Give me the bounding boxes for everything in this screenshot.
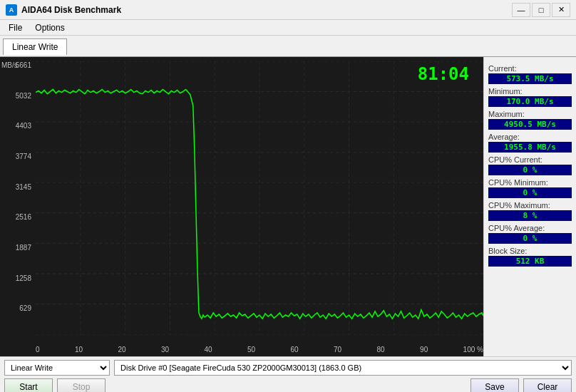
- stop-button[interactable]: Stop: [57, 378, 106, 392]
- y-label-8: 629: [0, 304, 34, 312]
- clear-button[interactable]: Clear: [523, 378, 572, 392]
- block-size-label: Block Size:: [488, 247, 572, 255]
- title-bar: A AIDA64 Disk Benchmark — □ ✕: [0, 0, 576, 20]
- maximize-button[interactable]: □: [532, 3, 550, 17]
- y-label-2: 4403: [0, 122, 34, 130]
- minimum-label: Minimum:: [488, 87, 572, 96]
- maximum-value: 4950.5 MB/s: [488, 119, 572, 130]
- x-label-5: 50: [247, 346, 255, 354]
- x-label-2: 20: [118, 346, 125, 354]
- y-label-7: 1258: [0, 274, 34, 282]
- tab-bar: Linear Write: [0, 36, 576, 57]
- cpu-minimum-label: CPU% Minimum:: [488, 178, 572, 187]
- cpu-current-value: 0 %: [488, 165, 572, 175]
- x-label-3: 30: [161, 346, 169, 354]
- x-axis: 0 10 20 30 40 50 60 70 80 90 100 %: [36, 346, 483, 354]
- cpu-maximum-label: CPU% Maximum:: [488, 201, 572, 210]
- x-label-8: 80: [377, 346, 385, 354]
- cpu-average-value: 0 %: [488, 233, 572, 244]
- menu-file[interactable]: File: [3, 21, 28, 34]
- block-size-value: 512 KB: [488, 256, 572, 267]
- cpu-current-label: CPU% Current:: [488, 155, 572, 164]
- menu-options[interactable]: Options: [29, 21, 70, 34]
- average-value: 1955.8 MB/s: [488, 142, 572, 153]
- main-content: MB/s 5661 5032 4403 3774 3145 2516 1887 …: [0, 57, 576, 356]
- current-label: Current:: [488, 64, 572, 73]
- timer-display: 81:04: [418, 64, 469, 84]
- x-label-10: 100 %: [463, 346, 483, 354]
- cpu-minimum-value: 0 %: [488, 187, 572, 198]
- y-label-3: 3774: [0, 153, 34, 160]
- cpu-average-label: CPU% Average:: [488, 224, 572, 232]
- y-axis: 5661 5032 4403 3774 3145 2516 1887 1258 …: [0, 61, 34, 335]
- cpu-maximum-value: 8 %: [488, 210, 572, 221]
- test-select[interactable]: Linear Write Linear Read Random Read Ran…: [4, 360, 110, 376]
- bottom-controls: Linear Write Linear Read Random Read Ran…: [0, 356, 576, 392]
- y-label-4: 3145: [0, 183, 34, 191]
- x-label-4: 40: [205, 346, 212, 354]
- chart-svg: [36, 61, 483, 335]
- control-row-2: Start Stop Save Clear: [4, 378, 572, 392]
- window-controls: — □ ✕: [512, 3, 570, 17]
- menu-bar: File Options: [0, 20, 576, 36]
- minimize-button[interactable]: —: [512, 3, 530, 17]
- start-button[interactable]: Start: [4, 378, 53, 392]
- minimum-value: 170.0 MB/s: [488, 96, 572, 107]
- control-row-1: Linear Write Linear Read Random Read Ran…: [4, 360, 572, 376]
- disk-select[interactable]: Disk Drive #0 [Seagate FireCuda 530 ZP20…: [114, 360, 572, 376]
- chart-area: MB/s 5661 5032 4403 3774 3145 2516 1887 …: [0, 57, 483, 356]
- y-label-5: 2516: [0, 213, 34, 221]
- stats-panel: Current: 573.5 MB/s Minimum: 170.0 MB/s …: [483, 57, 576, 356]
- save-button[interactable]: Save: [470, 378, 519, 392]
- x-label-9: 90: [420, 346, 428, 354]
- y-label-0: 5661: [0, 61, 34, 69]
- app-icon: A: [6, 4, 17, 16]
- tab-linear-write[interactable]: Linear Write: [3, 38, 67, 55]
- y-label-1: 5032: [0, 92, 34, 100]
- average-label: Average:: [488, 133, 572, 141]
- close-button[interactable]: ✕: [552, 3, 570, 17]
- x-label-0: 0: [36, 346, 40, 354]
- window-title: AIDA64 Disk Benchmark: [21, 5, 121, 15]
- x-label-7: 70: [334, 346, 341, 354]
- y-label-6: 1887: [0, 244, 34, 252]
- x-label-1: 10: [75, 346, 83, 354]
- current-value: 573.5 MB/s: [488, 73, 572, 84]
- x-label-6: 60: [291, 346, 299, 354]
- maximum-label: Maximum:: [488, 110, 572, 118]
